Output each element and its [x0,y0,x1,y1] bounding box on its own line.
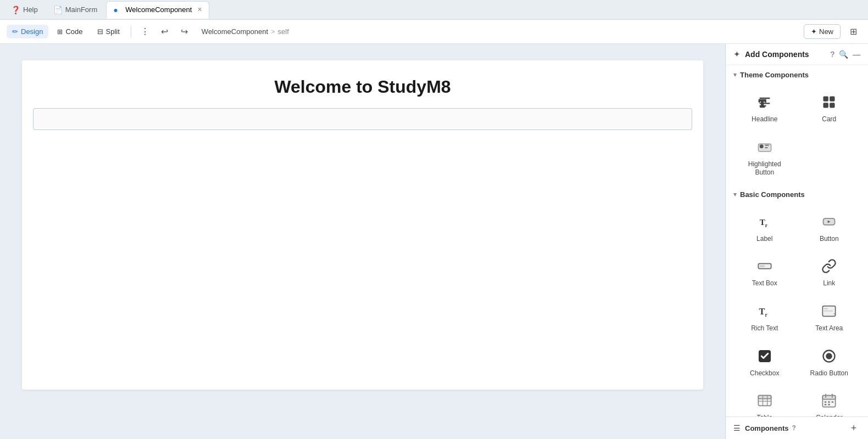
add-component-button[interactable]: + [847,421,860,435]
section-basic-label: Basic Components [740,190,805,199]
component-headline[interactable]: T Headline [733,86,796,128]
component-radiobutton[interactable]: Radio Button [798,340,861,382]
svg-text:Tr: Tr [759,306,767,318]
basic-components-grid: Tr Label Button [726,202,868,417]
wand-icon: ✦ [733,49,741,59]
tab-mainform[interactable]: 📄 MainForm [47,1,104,19]
component-button[interactable]: Button [798,205,861,248]
component-link[interactable]: Link [798,250,861,292]
main-area: Welcome to StudyM8 ✦ Add Components ? 🔍 … [0,44,868,439]
right-panel: ✦ Add Components ? 🔍 — ▾ Theme Component… [725,44,868,439]
tab-close-icon[interactable]: ✕ [197,6,202,13]
component-label[interactable]: Tr Label [733,205,796,248]
section-basic-header[interactable]: ▾ Basic Components [726,185,868,202]
svg-rect-29 [832,401,834,403]
svg-rect-3 [824,103,828,108]
card-icon [819,92,839,112]
label-icon: Tr [755,212,775,232]
component-table[interactable]: Table [733,384,796,417]
section-theme-header[interactable]: ▾ Theme Components [726,65,868,82]
theme-components-grid: T Headline Card [726,82,868,185]
canvas-input-box[interactable] [33,108,692,130]
split-label: Split [106,27,120,36]
component-textarea[interactable]: Text Area [798,295,861,337]
canvas-title: Welcome to StudyM8 [22,60,703,108]
code-button[interactable]: ⊞ Code [52,25,88,38]
component-calendar[interactable]: Calendar [798,384,861,417]
headline-label: Headline [752,115,777,124]
svg-point-6 [759,144,763,148]
svg-rect-28 [828,401,831,403]
textarea-icon [819,301,839,321]
svg-rect-31 [828,404,831,406]
svg-rect-27 [825,401,827,403]
breadcrumb-self: self [278,27,289,36]
new-button[interactable]: ✦ New [804,24,841,39]
svg-rect-24 [823,396,836,399]
split-button[interactable]: ⊟ Split [92,25,125,38]
textbox-comp-label: Text Box [752,279,777,288]
more-options-button[interactable]: ⋮ [137,24,153,40]
richtext-comp-label: Rich Text [751,324,778,333]
radiobutton-icon [819,346,839,366]
richtext-icon: Tr [755,301,775,321]
design-button[interactable]: ✏ Design [7,25,48,38]
panel-header: ✦ Add Components ? 🔍 — [726,44,868,65]
help-icon: ❓ [11,5,20,14]
checkbox-comp-label: Checkbox [750,369,779,378]
component-richtext[interactable]: Tr Rich Text [733,295,796,337]
component-checkbox[interactable]: Checkbox [733,340,796,382]
svg-rect-1 [824,97,828,102]
section-theme-label: Theme Components [740,71,809,79]
button-icon [819,212,839,232]
highlighted-button-icon [755,137,775,157]
component-textbox[interactable]: Text Box [733,250,796,292]
svg-text:Tr: Tr [759,217,767,228]
component-highlighted-button[interactable]: Highlighted Button [733,131,796,182]
panel-search-icon[interactable]: 🔍 [839,50,848,59]
expand-panel-button[interactable]: ⊞ [845,24,861,40]
textarea-comp-label: Text Area [815,324,843,333]
svg-rect-2 [830,97,834,102]
link-icon [819,256,839,276]
design-label: Design [21,27,43,36]
redo-button[interactable]: ↪ [176,24,193,40]
tab-help-label: Help [23,5,38,14]
radiobutton-comp-label: Radio Button [810,369,848,378]
split-icon: ⊟ [97,27,103,36]
breadcrumb-separator: > [271,27,275,36]
code-icon: ⊞ [57,28,63,36]
panel-title: Add Components [745,50,826,59]
bottom-help-icon[interactable]: ? [792,424,795,432]
tab-mainform-label: MainForm [65,5,98,14]
tab-help[interactable]: ❓ Help [4,1,44,19]
button-comp-label: Button [820,235,839,244]
svg-point-17 [826,353,832,359]
breadcrumb-component[interactable]: WelcomeComponent [202,27,268,36]
component-card[interactable]: Card [798,86,861,128]
panel-minimize-icon[interactable]: — [853,50,860,59]
table-icon [755,391,775,410]
undo-button[interactable]: ↩ [157,24,173,40]
breadcrumb: WelcomeComponent > self [202,27,801,36]
svg-rect-10 [759,266,764,268]
separator-1 [131,26,131,38]
bottom-bar: ☰ Components ? + [726,417,868,439]
canvas-area: Welcome to StudyM8 [0,44,725,439]
panel-help-icon[interactable]: ? [830,50,834,59]
components-label: Components [745,424,788,432]
headline-icon: T [755,92,775,112]
svg-rect-13 [824,308,828,309]
document-icon: 📄 [53,5,62,14]
code-label: Code [65,27,82,36]
link-comp-label: Link [823,279,835,288]
svg-rect-19 [758,396,771,399]
toolbar-right: ✦ New ⊞ [804,24,861,40]
canvas-content: Welcome to StudyM8 [22,60,703,390]
svg-rect-14 [824,311,833,312]
tab-welcomecomponent[interactable]: ● WelcomeComponent ✕ [106,1,209,19]
canvas-input-row [22,108,703,141]
chevron-theme-icon: ▾ [733,71,737,78]
toolbar: ✏ Design ⊞ Code ⊟ Split ⋮ ↩ ↪ WelcomeCom… [0,20,868,44]
bottom-bar-title: Components ? [745,424,843,432]
